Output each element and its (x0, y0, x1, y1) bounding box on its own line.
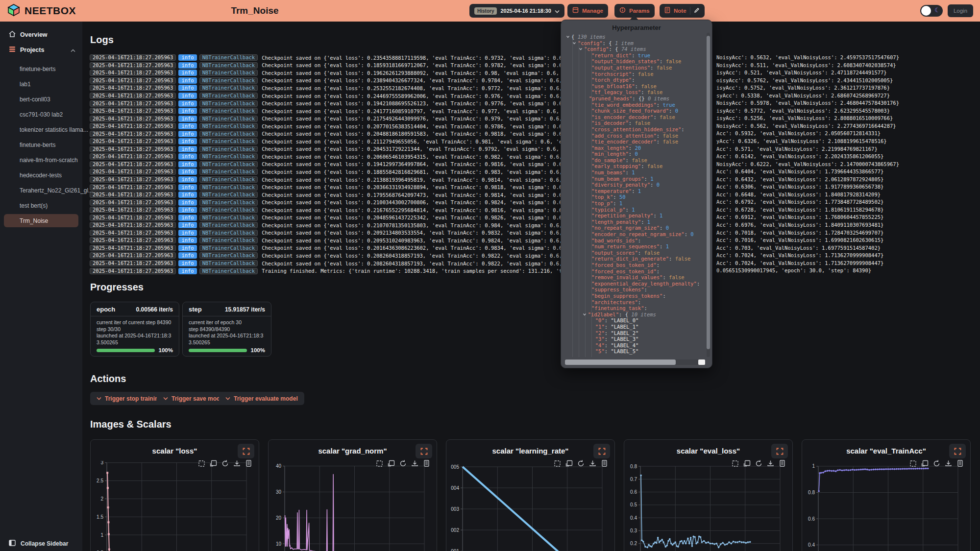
logs-heading: Logs (90, 34, 114, 46)
pan-select-icon[interactable] (387, 459, 395, 469)
download-icon[interactable] (411, 459, 419, 469)
refresh-icon[interactable] (932, 459, 941, 469)
json-value: "LABEL_2" (611, 330, 638, 336)
expand-chart-button[interactable] (949, 444, 966, 458)
sidebar-item-overview[interactable]: Overview (0, 28, 82, 41)
tree-caret-icon[interactable] (572, 40, 578, 46)
json-value: false (662, 133, 678, 139)
tree-caret-icon[interactable] (579, 46, 584, 52)
chart-title: scalar "eval_TrainAcc" (802, 447, 970, 455)
data-file-icon[interactable] (422, 459, 431, 469)
refresh-icon[interactable] (221, 459, 229, 469)
log-message-tail: NoisyAcc': 0.511, 'eval_ValNoisyLoss': 2… (716, 62, 896, 68)
log-timestamp-badge: 2025-04-16T21:18:27.205963 (90, 138, 176, 144)
login-button[interactable]: Login (948, 4, 973, 17)
refresh-icon[interactable] (399, 459, 407, 469)
theme-toggle[interactable]: ☾ (920, 5, 943, 17)
json-colon: : (613, 200, 619, 206)
history-dropdown[interactable]: History 2025-04-16 21:18:30 (469, 4, 564, 18)
sidebar-item-projects[interactable]: Projects (0, 44, 82, 56)
json-colon: : (613, 194, 619, 200)
expand-chart-button[interactable] (593, 444, 610, 458)
json-tree-row: "is_encoder_decoder": false (565, 114, 704, 120)
json-tree-row: "pruned_heads": {} 0 items (565, 96, 704, 102)
download-icon[interactable] (588, 459, 597, 469)
sidebar-item-project[interactable]: finetune-berts (4, 138, 78, 151)
json-value: 1 (619, 200, 622, 206)
sidebar-item-project[interactable]: Trm_Noise (4, 214, 78, 227)
json-colon: : (605, 348, 611, 354)
data-file-icon[interactable] (245, 459, 253, 469)
sidebar-item-project[interactable]: lab1 (4, 77, 78, 91)
progress-line: launched at 2025-04-16T21:18:33.500265 (189, 333, 265, 346)
zoom-box-select-icon[interactable] (731, 459, 739, 469)
manage-button[interactable]: Manage (567, 4, 608, 18)
zoom-box-select-icon[interactable] (197, 459, 206, 469)
zoom-box-select-icon[interactable] (909, 459, 917, 469)
expand-chart-button[interactable] (416, 444, 432, 458)
chevron-up-icon[interactable] (71, 46, 75, 54)
sidebar-item-project[interactable]: csc791-030 lab2 (4, 108, 78, 121)
log-level-badge: info (178, 161, 196, 168)
projects-list-icon (9, 46, 16, 54)
log-caller-badge: NBTrainerCallback (199, 176, 258, 183)
log-timestamp-badge: 2025-04-16T21:18:27.205963 (90, 108, 176, 114)
expand-chart-button[interactable] (238, 444, 254, 458)
log-timestamp-badge: 2025-04-16T21:18:27.205963 (90, 153, 176, 160)
chart-card: scalar "learning_rate"005004003002001 (446, 439, 615, 551)
log-timestamp-badge: 2025-04-16T21:18:27.205963 (90, 207, 176, 213)
action-button-label: Trigger stop training (105, 395, 162, 402)
data-file-icon[interactable] (600, 459, 609, 469)
action-button[interactable]: Trigger evaluate model (219, 392, 304, 405)
pan-select-icon[interactable] (921, 459, 929, 469)
pan-select-icon[interactable] (565, 459, 573, 469)
tree-caret-icon[interactable] (566, 34, 571, 40)
popup-vertical-scrollbar[interactable] (707, 33, 710, 357)
json-tree-row: "top_k": 50 (565, 194, 704, 200)
pencil-icon[interactable] (694, 6, 700, 15)
download-icon[interactable] (766, 459, 775, 469)
sidebar-item-project[interactable]: tokenizer statistics llama... (4, 123, 78, 136)
popup-horizontal-scrollbar[interactable] (565, 359, 705, 365)
popup-caret (630, 15, 638, 20)
data-file-icon[interactable] (778, 459, 786, 469)
sidebar-item-project[interactable]: finetune-berts (4, 62, 78, 75)
collapse-sidebar-button[interactable]: Collapse Sidebar (0, 536, 82, 551)
log-level-badge: info (178, 100, 196, 107)
tree-caret-icon[interactable] (583, 311, 588, 317)
refresh-icon[interactable] (577, 459, 585, 469)
note-button-group[interactable]: Note (660, 4, 705, 18)
progress-name: epoch (97, 306, 115, 313)
pan-select-icon[interactable] (209, 459, 218, 469)
json-colon: : (632, 71, 638, 77)
json-tree-row: "cross_attention_hidden_size": (565, 126, 704, 133)
json-key: "is_decoder" (591, 120, 629, 126)
log-level-badge: info (178, 252, 196, 259)
sidebar-item-project[interactable]: hedecoder-tests (4, 168, 78, 182)
zoom-box-select-icon[interactable] (375, 459, 384, 469)
zoom-box-select-icon[interactable] (553, 459, 562, 469)
progress-line: step 30/30 (97, 326, 173, 333)
json-value: false (632, 157, 647, 163)
log-timestamp-badge: 2025-04-16T21:18:27.205963 (90, 230, 176, 236)
log-timestamp-badge: 2025-04-16T21:18:27.205963 (90, 252, 176, 259)
refresh-icon[interactable] (755, 459, 763, 469)
expand-chart-button[interactable] (771, 444, 788, 458)
json-value: 1 (666, 243, 669, 249)
download-icon[interactable] (233, 459, 241, 469)
sidebar-item-project[interactable]: bert-conll03 (4, 93, 78, 106)
sidebar-item-project[interactable]: test bert(s) (4, 199, 78, 212)
json-value: false (647, 163, 663, 169)
json-tree-row: "bad_words_ids": (565, 238, 704, 244)
json-key: "max_length" (591, 145, 629, 151)
data-file-icon[interactable] (956, 459, 964, 469)
json-value: 1 (632, 169, 635, 175)
json-colon: : (650, 65, 657, 71)
svg-text:0.4: 0.4 (630, 515, 637, 521)
sidebar-item-project[interactable]: naive-llm-from-scratch (4, 153, 78, 167)
sidebar-item-project[interactable]: Terahertz_No22_Gl261_gl... (4, 184, 78, 197)
action-button-label: Trigger evaluate model (234, 395, 298, 402)
pan-select-icon[interactable] (743, 459, 751, 469)
svg-text:001: 001 (451, 549, 459, 551)
download-icon[interactable] (944, 459, 953, 469)
